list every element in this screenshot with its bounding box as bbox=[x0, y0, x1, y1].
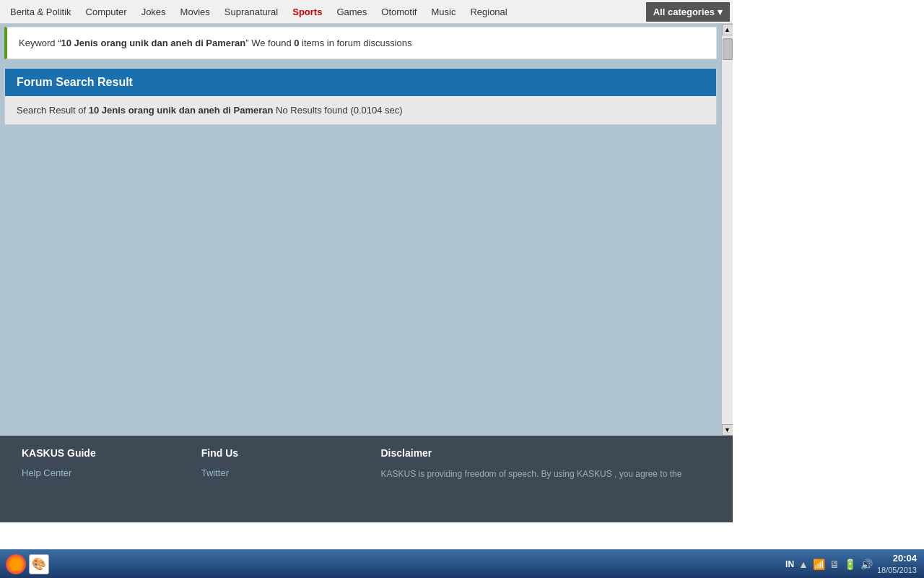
content-area: Keyword “10 Jenis orang unik dan aneh di… bbox=[0, 24, 721, 436]
footer-col-guide: KASKUS Guide Help Center bbox=[14, 447, 194, 511]
footer: KASKUS Guide Help Center Find Us Twitter… bbox=[0, 436, 733, 522]
forum-search-body: Search Result of 10 Jenis orang unik dan… bbox=[5, 96, 716, 124]
keyword-prefix: Keyword “ bbox=[19, 38, 61, 48]
nav-item-sports[interactable]: Sports bbox=[285, 2, 329, 22]
result-prefix: Search Result of bbox=[17, 105, 89, 116]
footer-col-guide-title: KASKUS Guide bbox=[22, 447, 187, 459]
firefox-icon[interactable] bbox=[6, 554, 26, 574]
right-space bbox=[733, 0, 924, 522]
paint-icon[interactable]: 🎨 bbox=[29, 554, 49, 574]
nav-bar: Berita & Politik Computer Jokes Movies S… bbox=[0, 0, 733, 24]
volume-icon: 🔊 bbox=[860, 558, 873, 570]
keyword-items-text: items in forum discussions bbox=[299, 38, 411, 48]
forum-search-title: Forum Search Result bbox=[17, 76, 133, 88]
nav-item-jokes[interactable]: Jokes bbox=[134, 2, 173, 22]
footer-col-disclaimer: Disclaimer KASKUS is providing freedom o… bbox=[374, 447, 719, 511]
chevron-down-icon: ▾ bbox=[718, 7, 723, 17]
tray-date: 18/05/2013 bbox=[877, 565, 917, 575]
footer-col-findus: Find Us Twitter bbox=[194, 447, 374, 511]
footer-col-findus-title: Find Us bbox=[201, 447, 367, 459]
footer-link-twitter[interactable]: Twitter bbox=[201, 467, 367, 478]
keyword-value: 10 Jenis orang unik dan aneh di Pameran bbox=[61, 38, 246, 48]
taskbar-start: 🎨 bbox=[0, 550, 55, 578]
scroll-down-button[interactable]: ▼ bbox=[722, 424, 733, 436]
tray-time: 20:04 bbox=[877, 553, 917, 565]
scroll-handle[interactable] bbox=[723, 38, 733, 60]
tray-language: IN bbox=[785, 559, 794, 569]
scroll-track bbox=[722, 35, 733, 424]
footer-link-help-center[interactable]: Help Center bbox=[22, 467, 187, 478]
signal-icon: 📶 bbox=[813, 558, 825, 570]
nav-item-berita[interactable]: Berita & Politik bbox=[3, 2, 79, 22]
nav-item-computer[interactable]: Computer bbox=[79, 2, 134, 22]
nav-item-supranatural[interactable]: Supranatural bbox=[217, 2, 285, 22]
all-categories-button[interactable]: All categories ▾ bbox=[646, 2, 730, 22]
taskbar-tray: IN ▲ 📶 🖥 🔋 🔊 20:04 18/05/2013 bbox=[778, 553, 924, 575]
nav-item-regional[interactable]: Regional bbox=[463, 2, 514, 22]
network-icon: 🖥 bbox=[829, 558, 840, 570]
nav-item-games[interactable]: Games bbox=[329, 2, 374, 22]
tray-arrow-icon: ▲ bbox=[798, 558, 808, 570]
footer-col-disclaimer-title: Disclaimer bbox=[381, 447, 712, 459]
forum-search-box: Forum Search Result Search Result of 10 … bbox=[4, 68, 717, 125]
nav-item-otomotif[interactable]: Otomotif bbox=[374, 2, 424, 22]
page-scrollbar: ▲ ▼ bbox=[721, 24, 733, 436]
taskbar: 🎨 IN ▲ 📶 🖥 🔋 🔊 20:04 18/05/2013 bbox=[0, 549, 924, 578]
forum-search-header: Forum Search Result bbox=[5, 69, 716, 96]
keyword-banner: Keyword “10 Jenis orang unik dan aneh di… bbox=[4, 27, 717, 59]
footer-disclaimer-text: KASKUS is providing freedom of speech. B… bbox=[381, 467, 712, 480]
tray-clock: 20:04 18/05/2013 bbox=[877, 553, 917, 575]
keyword-suffix: ” We found bbox=[245, 38, 294, 48]
result-keyword: 10 Jenis orang unik dan aneh di Pameran bbox=[89, 105, 274, 116]
nav-item-music[interactable]: Music bbox=[424, 2, 463, 22]
scroll-up-button[interactable]: ▲ bbox=[722, 24, 733, 35]
result-suffix: No Results found (0.0104 sec) bbox=[273, 105, 402, 116]
nav-item-movies[interactable]: Movies bbox=[173, 2, 217, 22]
battery-icon: 🔋 bbox=[844, 558, 856, 570]
